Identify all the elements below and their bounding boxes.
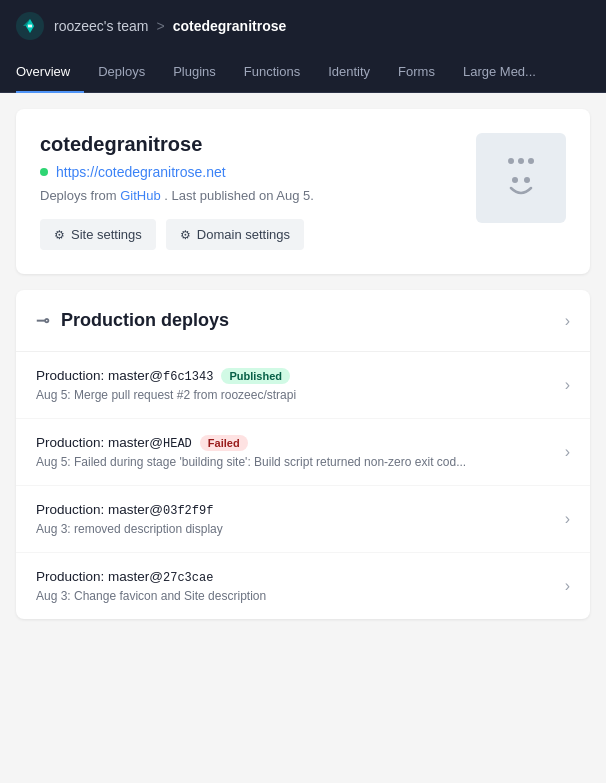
deploy-info: Production: master@27c3cae Aug 3: Change… (36, 569, 557, 603)
site-settings-button[interactable]: ⚙ Site settings (40, 219, 156, 250)
preview-dots (508, 158, 534, 164)
site-info: cotedegranitrose https://cotedegranitros… (40, 133, 460, 250)
section-title: ⊸ Production deploys (36, 310, 229, 331)
deploy-chevron-right-icon: › (565, 577, 570, 595)
deploy-info: Production: master@f6c1343 Published Aug… (36, 368, 557, 402)
deploy-subtitle: Aug 3: Change favicon and Site descripti… (36, 589, 516, 603)
deploy-title: Production: master@27c3cae (36, 569, 557, 585)
tab-forms[interactable]: Forms (384, 52, 449, 93)
section-chevron-right-icon: › (565, 312, 570, 330)
main-content: cotedegranitrose https://cotedegranitros… (0, 93, 606, 635)
nav: Overview Deploys Plugins Functions Ident… (0, 52, 606, 93)
production-deploys-title: Production deploys (61, 310, 229, 331)
gear-icon-2: ⚙ (180, 228, 191, 242)
deploy-info: Production: master@03f2f9f Aug 3: remove… (36, 502, 557, 536)
preview-dot-3 (528, 158, 534, 164)
site-display-name: cotedegranitrose (40, 133, 460, 156)
netlify-logo-icon (16, 12, 44, 40)
deploy-info: Production: master@HEAD Failed Aug 5: Fa… (36, 435, 557, 469)
deploy-item[interactable]: Production: master@03f2f9f Aug 3: remove… (16, 486, 590, 553)
deploy-item[interactable]: Production: master@27c3cae Aug 3: Change… (16, 553, 590, 619)
site-preview-thumbnail (476, 133, 566, 223)
last-published-text: . Last published on Aug 5. (164, 188, 314, 203)
deploy-title-text: Production: master@HEAD (36, 435, 192, 451)
status-dot-green (40, 168, 48, 176)
tab-overview[interactable]: Overview (16, 52, 84, 93)
deploy-title-text: Production: master@27c3cae (36, 569, 213, 585)
branch-icon: ⊸ (36, 311, 49, 330)
deploy-chevron-right-icon: › (565, 376, 570, 394)
deploy-subtitle: Aug 3: removed description display (36, 522, 516, 536)
breadcrumb-separator: > (157, 18, 165, 34)
site-card: cotedegranitrose https://cotedegranitros… (16, 109, 590, 274)
tab-large-media[interactable]: Large Med... (449, 52, 550, 93)
header: roozeec's team > cotedegranitrose (0, 0, 606, 52)
tab-functions[interactable]: Functions (230, 52, 314, 93)
gear-icon: ⚙ (54, 228, 65, 242)
deploys-from-text: Deploys from GitHub . Last published on … (40, 188, 460, 203)
tab-identity[interactable]: Identity (314, 52, 384, 93)
svg-point-2 (512, 177, 518, 183)
deploys-from-label: Deploys from (40, 188, 117, 203)
site-actions: ⚙ Site settings ⚙ Domain settings (40, 219, 460, 250)
tab-plugins[interactable]: Plugins (159, 52, 230, 93)
svg-point-3 (524, 177, 530, 183)
deploy-chevron-right-icon: › (565, 510, 570, 528)
site-url-row: https://cotedegranitrose.net (40, 164, 460, 180)
deploy-item[interactable]: Production: master@f6c1343 Published Aug… (16, 352, 590, 419)
deploy-title: Production: master@03f2f9f (36, 502, 557, 518)
preview-face (502, 158, 540, 198)
deploy-title: Production: master@f6c1343 Published (36, 368, 557, 384)
deploy-title-text: Production: master@03f2f9f (36, 502, 213, 518)
deploy-subtitle: Aug 5: Merge pull request #2 from roozee… (36, 388, 516, 402)
deploy-title: Production: master@HEAD Failed (36, 435, 557, 451)
tab-deploys[interactable]: Deploys (84, 52, 159, 93)
team-name: roozeec's team (54, 18, 149, 34)
deploy-title-text: Production: master@f6c1343 (36, 368, 213, 384)
smiley-face-icon (502, 168, 540, 198)
svg-rect-1 (28, 25, 32, 28)
domain-settings-label: Domain settings (197, 227, 290, 242)
deploy-item[interactable]: Production: master@HEAD Failed Aug 5: Fa… (16, 419, 590, 486)
preview-dot-2 (518, 158, 524, 164)
production-deploys-section: ⊸ Production deploys › Production: maste… (16, 290, 590, 619)
preview-dot-1 (508, 158, 514, 164)
deploy-subtitle: Aug 5: Failed during stage 'building sit… (36, 455, 516, 469)
section-header[interactable]: ⊸ Production deploys › (16, 290, 590, 352)
site-name-header: cotedegranitrose (173, 18, 287, 34)
site-settings-label: Site settings (71, 227, 142, 242)
published-badge: Published (221, 368, 290, 384)
domain-settings-button[interactable]: ⚙ Domain settings (166, 219, 304, 250)
failed-badge: Failed (200, 435, 248, 451)
github-link[interactable]: GitHub (120, 188, 160, 203)
deploy-chevron-right-icon: › (565, 443, 570, 461)
site-url-link[interactable]: https://cotedegranitrose.net (56, 164, 226, 180)
